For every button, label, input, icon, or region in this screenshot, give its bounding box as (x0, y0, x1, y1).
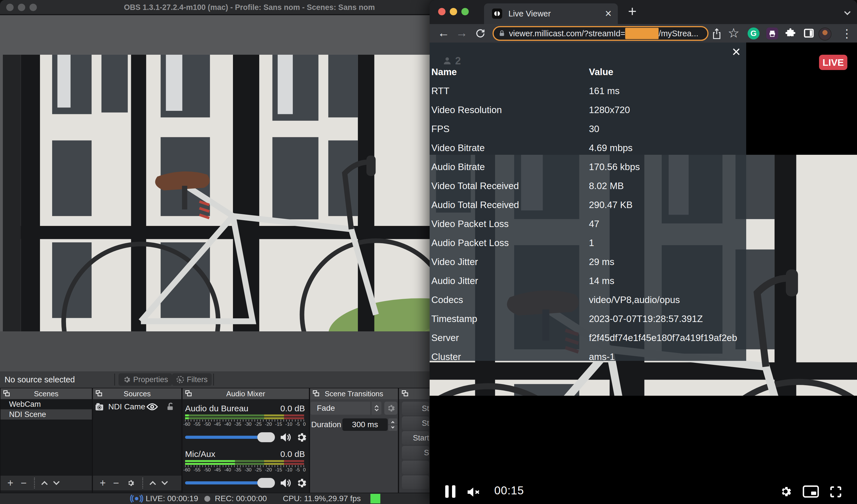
stats-row: Video Resolution 1280x720 (431, 100, 740, 119)
move-scene-down-button[interactable] (53, 478, 60, 485)
pause-button[interactable] (445, 485, 455, 498)
control-button[interactable]: St (402, 416, 429, 430)
duration-input[interactable]: 300 ms (342, 418, 388, 431)
stats-row: FPS 30 (431, 119, 740, 138)
tab-close-button[interactable]: × (605, 3, 611, 24)
move-source-down-button[interactable] (162, 478, 168, 485)
back-button[interactable]: ← (438, 24, 450, 43)
side-panel-icon[interactable] (803, 28, 814, 39)
spin-down-button[interactable] (388, 425, 397, 431)
properties-button[interactable]: Properties (118, 373, 172, 386)
muted-speaker-button[interactable] (466, 485, 482, 499)
extensions-puzzle-icon[interactable] (785, 28, 796, 39)
channel-gear-icon[interactable] (295, 477, 307, 489)
transition-select-stepper[interactable] (371, 402, 382, 415)
speaker-icon[interactable] (279, 477, 292, 489)
transitions-dock-header[interactable]: Scene Transitions (310, 388, 398, 399)
rec-timecode: REC: 00:00:00 (215, 493, 267, 504)
control-button[interactable] (402, 475, 429, 489)
scene-list: WebCam NDI Scene (1, 399, 92, 476)
chevron-up-icon (391, 421, 394, 424)
fullscreen-button[interactable] (829, 485, 843, 499)
forward-button[interactable]: → (456, 24, 468, 43)
close-stats-button[interactable]: × (732, 43, 741, 60)
profile-avatar[interactable] (819, 28, 831, 40)
eye-visibility-icon[interactable] (146, 402, 158, 411)
divider (34, 477, 35, 488)
stats-row: Video Total Received 8.02 MB (431, 176, 740, 195)
grammarly-extension-icon[interactable]: G (747, 28, 759, 39)
source-properties-gear-icon[interactable] (127, 479, 135, 487)
stats-row: Video Bitrate 4.69 mbps (431, 138, 740, 157)
millicast-favicon (492, 9, 502, 19)
purple-extension-icon[interactable] (766, 28, 778, 39)
move-source-up-button[interactable] (150, 481, 156, 488)
chrome-window: Live Viewer × + ← → viewer.millicast.com… (430, 0, 857, 504)
lock-icon[interactable] (498, 29, 506, 38)
control-button[interactable] (402, 460, 429, 474)
browser-menu-icon[interactable]: ⋮ (841, 28, 853, 39)
stats-row: Cluster ams-1 (431, 347, 740, 361)
transition-gear-button[interactable] (384, 402, 397, 415)
control-button[interactable]: St (402, 402, 429, 415)
reload-button[interactable] (475, 28, 486, 39)
stats-row: Timestamp 2023-07-07T19:28:57.391Z (431, 309, 740, 328)
volume-meter (185, 415, 304, 419)
popout-icon (401, 390, 409, 397)
add-scene-button[interactable]: + (7, 477, 13, 489)
viewer-page: × 2 Name Value (430, 43, 857, 504)
source-row[interactable]: NDI Came (93, 400, 181, 414)
remove-scene-button[interactable]: − (21, 477, 27, 489)
meter-tick-marks (185, 420, 304, 421)
picture-in-picture-button[interactable] (803, 485, 819, 498)
speaker-icon[interactable] (279, 431, 292, 443)
chrome-window-controls[interactable] (438, 8, 469, 15)
stats-row: Audio Total Received 290.47 KB (431, 195, 740, 214)
stats-header-row: Name Value (431, 62, 740, 81)
meter-scale: -60-55-50-45-40-35-30-25-20-15-10-50 (183, 467, 306, 473)
add-source-button[interactable]: + (100, 477, 106, 489)
unlock-icon[interactable] (166, 402, 175, 411)
stats-row: Server f2f45df74e1f45e180f7a419f19af2eb (431, 328, 740, 347)
transition-select[interactable]: Fade (310, 402, 370, 415)
bookmark-star-icon[interactable]: ☆ (728, 24, 739, 43)
control-button[interactable]: Start (402, 431, 429, 445)
channel-level-db: 0.0 dB (280, 404, 305, 413)
move-scene-up-button[interactable] (41, 481, 48, 488)
chrome-toolbar: ← → viewer.millicast.com/?streamId= /myS… (430, 24, 857, 43)
volume-slider-handle[interactable] (257, 478, 275, 488)
sources-toolbar: + − (93, 476, 181, 490)
scenes-toolbar: + − (1, 476, 92, 490)
filters-button[interactable]: Filters (172, 373, 212, 386)
duration-spinner[interactable] (388, 418, 397, 431)
spin-up-button[interactable] (388, 418, 397, 424)
stats-row: Audio Packet Loss 1 (431, 233, 740, 252)
address-bar[interactable]: viewer.millicast.com/?streamId= /myStrea… (492, 26, 708, 41)
popout-icon (312, 390, 320, 397)
camera-icon (95, 401, 105, 412)
player-settings-gear-icon[interactable] (779, 485, 792, 498)
audio-mixer-header[interactable]: Audio Mixer (183, 388, 309, 399)
control-button[interactable]: S (402, 446, 429, 459)
sources-dock: Sources NDI Came (93, 388, 181, 493)
scenes-dock-header[interactable]: Scenes (1, 388, 92, 399)
live-timecode: LIVE: 00:00:19 (146, 493, 198, 504)
scene-list-item[interactable]: WebCam (1, 399, 92, 409)
url-prefix: viewer.millicast.com/?streamId= (509, 29, 625, 38)
share-icon[interactable] (712, 28, 722, 39)
tab-search-chevron-icon[interactable] (844, 9, 851, 15)
stats-table: Name Value RTT 161 ms Video Resoluti (431, 62, 740, 361)
meter-scale: -60-55-50-45-40-35-30-25-20-15-10-50 (183, 421, 306, 428)
scene-list-item[interactable]: NDI Scene (1, 409, 92, 420)
tab-live-viewer[interactable]: Live Viewer × (484, 3, 618, 24)
duration-label: Duration (311, 418, 341, 431)
new-tab-button[interactable]: + (628, 0, 637, 24)
stats-row: Codecs video/VP8,audio/opus (431, 290, 740, 309)
channel-gear-icon[interactable] (295, 431, 307, 443)
volume-slider-handle[interactable] (257, 432, 275, 442)
rec-dot-icon (204, 496, 210, 502)
sources-dock-header[interactable]: Sources (93, 388, 181, 399)
live-broadcast-icon (130, 494, 143, 503)
remove-source-button[interactable]: − (113, 477, 119, 489)
popout-icon (95, 390, 103, 397)
